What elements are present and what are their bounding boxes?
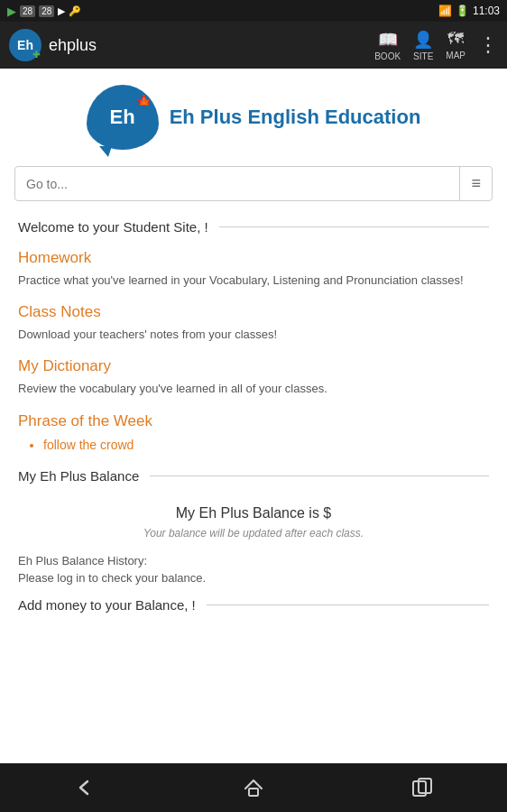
balance-update-note: Your balance will be updated after each …	[18, 527, 489, 540]
nav-bar: Eh ✚ ehplus 📖 BOOK 👤 SITE 🗺 MAP ⋮	[0, 22, 507, 69]
main-content-area: Eh 🍁 Eh Plus English Education ≡ Welcome…	[0, 69, 507, 763]
nav-map-button[interactable]: 🗺 MAP	[446, 30, 466, 60]
logo-plus: ✚	[32, 50, 40, 60]
main-content: Welcome to your Student Site, ! Homework…	[0, 214, 507, 627]
phrase-item: follow the crowd	[43, 438, 489, 452]
app-title: ehplus	[49, 36, 97, 55]
nav-book-button[interactable]: 📖 BOOK	[374, 30, 401, 61]
nav-more-button[interactable]: ⋮	[478, 33, 498, 57]
add-money-row: Add money to your Balance, !	[18, 597, 489, 613]
goto-input-wrapper: ≡	[14, 166, 493, 201]
homework-desc: Practice what you've learned in your Voc…	[18, 272, 489, 289]
phrase-section: Phrase of the Week follow the crowd	[18, 412, 489, 452]
app-logo: Eh ✚	[9, 29, 41, 61]
balance-amount: My Eh Plus Balance is $	[18, 505, 489, 521]
balance-section-title: My Eh Plus Balance	[18, 468, 139, 484]
time-display: 11:03	[473, 5, 500, 17]
class-notes-desc: Download your teachers' notes from your …	[18, 327, 489, 343]
balance-content: My Eh Plus Balance is $ Your balance wil…	[18, 496, 489, 554]
balance-history-label: Eh Plus Balance History:	[18, 554, 489, 567]
class-notes-section: Class Notes Download your teachers' note…	[18, 303, 489, 343]
welcome-text: Welcome to your Student Site, !	[18, 219, 208, 235]
goto-section: ≡	[0, 161, 507, 214]
status-icons-left: ▶ 28 28 ▶ 🔑	[7, 5, 81, 18]
homework-title[interactable]: Homework	[18, 249, 489, 267]
wifi-icon: 📶	[438, 5, 452, 17]
signal-icon: ▶	[7, 5, 16, 18]
homework-section: Homework Practice what you've learned in…	[18, 249, 489, 289]
balance-row: My Eh Plus Balance	[18, 468, 489, 484]
logo-bubble: Eh 🍁	[87, 85, 159, 150]
balance-divider	[150, 475, 489, 476]
goto-input[interactable]	[15, 170, 459, 198]
goto-menu-icon[interactable]: ≡	[459, 167, 492, 200]
logo-tagline: Eh Plus English Education	[170, 106, 421, 129]
add-money-text: Add money to your Balance, !	[18, 597, 196, 613]
home-button[interactable]	[226, 770, 281, 806]
key-icon: 🔑	[69, 5, 81, 17]
nav-left: Eh ✚ ehplus	[9, 29, 97, 61]
svg-rect-0	[249, 789, 258, 796]
nav-site-label: SITE	[413, 51, 433, 61]
bottom-nav	[0, 763, 507, 812]
phrase-title: Phrase of the Week	[18, 412, 489, 430]
battery-icon: 🔋	[456, 5, 469, 17]
book-icon: 📖	[378, 30, 398, 50]
nav-book-label: BOOK	[374, 51, 401, 61]
logo-section: Eh 🍁 Eh Plus English Education	[0, 69, 507, 161]
logo-leaf-icon: 🍁	[136, 94, 152, 108]
recents-button[interactable]	[395, 770, 449, 806]
nav-right: 📖 BOOK 👤 SITE 🗺 MAP ⋮	[374, 30, 498, 61]
logo-eh-text: Eh	[110, 106, 135, 129]
welcome-row: Welcome to your Student Site, !	[18, 219, 489, 235]
status-icons-right: 📶 🔋 11:03	[438, 5, 500, 17]
media-icon: ▶	[58, 5, 65, 17]
dictionary-section: My Dictionary Review the vocabulary you'…	[18, 357, 489, 397]
welcome-divider	[219, 226, 489, 227]
status-bar: ▶ 28 28 ▶ 🔑 📶 🔋 11:03	[0, 0, 507, 22]
nav-map-label: MAP	[446, 51, 466, 60]
back-button[interactable]	[58, 770, 112, 806]
map-icon: 🗺	[447, 30, 464, 49]
nav-site-button[interactable]: 👤 SITE	[413, 30, 433, 61]
phrase-list: follow the crowd	[18, 438, 489, 452]
site-icon: 👤	[413, 30, 433, 50]
dictionary-title[interactable]: My Dictionary	[18, 357, 489, 375]
balance-login-msg: Please log in to check your balance.	[18, 571, 489, 585]
class-notes-title[interactable]: Class Notes	[18, 303, 489, 321]
notif-icon1: 28	[20, 5, 35, 17]
dictionary-desc: Review the vocabulary you've learned in …	[18, 381, 489, 397]
notif-icon2: 28	[39, 5, 54, 17]
add-money-divider	[207, 604, 489, 605]
